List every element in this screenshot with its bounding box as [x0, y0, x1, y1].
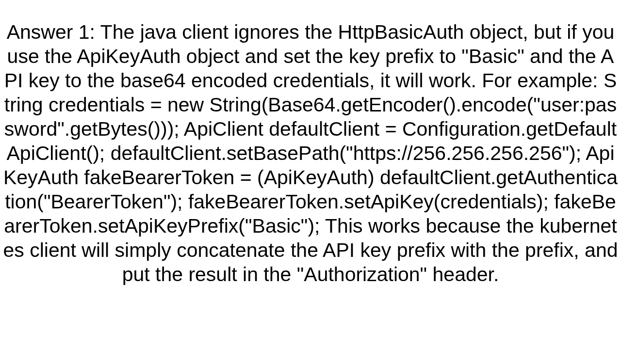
answer-text: Answer 1: The java client ignores the Ht… — [2, 20, 619, 286]
document-content: Answer 1: The java client ignores the Ht… — [0, 0, 621, 364]
